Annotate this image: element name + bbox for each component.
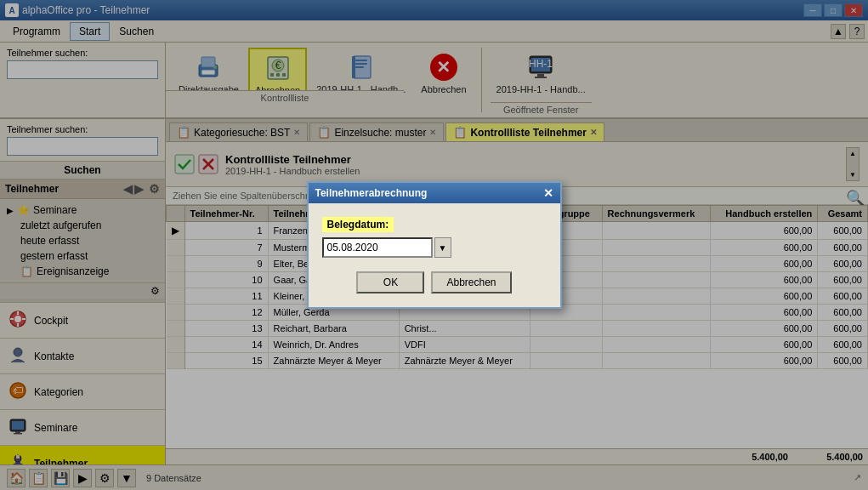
modal-title-bar: Teilnehmerabrechnung ✕ bbox=[309, 183, 560, 203]
belegdatum-label: Belegdatum: bbox=[322, 217, 394, 232]
modal-dialog: Teilnehmerabrechnung ✕ Belegdatum: ▼ OK … bbox=[307, 181, 562, 309]
modal-title: Teilnehmerabrechnung bbox=[315, 187, 428, 199]
modal-overlay: Teilnehmerabrechnung ✕ Belegdatum: ▼ OK … bbox=[0, 0, 868, 490]
date-dropdown-button[interactable]: ▼ bbox=[434, 237, 451, 258]
modal-buttons: OK Abbrechen bbox=[322, 271, 547, 293]
modal-abbrechen-button[interactable]: Abbrechen bbox=[431, 271, 511, 293]
modal-body: Belegdatum: ▼ OK Abbrechen bbox=[309, 203, 560, 307]
ok-button[interactable]: OK bbox=[356, 271, 424, 293]
date-field: ▼ bbox=[322, 237, 547, 258]
belegdatum-input[interactable] bbox=[322, 237, 433, 258]
modal-close-button[interactable]: ✕ bbox=[543, 186, 553, 200]
